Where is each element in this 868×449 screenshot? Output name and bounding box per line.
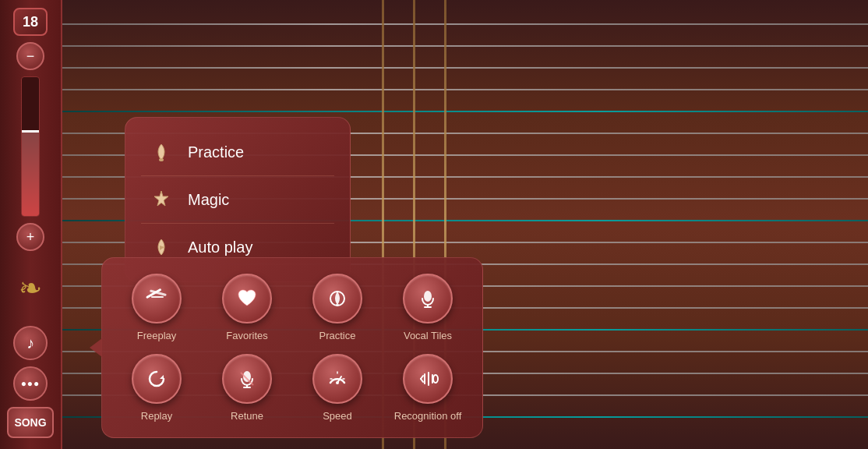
control-vocaltiles[interactable]: Vocal Tiles	[389, 274, 467, 341]
svg-line-21	[421, 379, 423, 382]
control-practice[interactable]: Practice	[298, 274, 376, 341]
number-badge: 18	[13, 8, 48, 36]
svg-point-25	[433, 375, 438, 383]
mode-divider-1	[141, 175, 334, 176]
magic-icon	[147, 186, 175, 214]
volume-fill	[22, 133, 39, 216]
more-button[interactable]: ●●●	[13, 366, 48, 401]
volume-plus-button[interactable]: +	[16, 223, 44, 251]
song-label: SONG	[14, 416, 46, 429]
music-button[interactable]: ♪	[13, 326, 48, 360]
volume-track	[21, 76, 40, 217]
practice-icon	[147, 138, 175, 166]
practice-label: Practice	[188, 143, 244, 161]
panel-arrow	[90, 338, 102, 357]
control-favorites[interactable]: Favorites	[208, 274, 286, 341]
string-1	[62, 23, 868, 25]
recognitionoff-label: Recognition off	[394, 410, 462, 422]
controls-grid: Freeplay Favorites Practice	[118, 274, 467, 422]
freeplay-label: Freeplay	[137, 330, 177, 341]
freeplay-button[interactable]	[132, 274, 182, 323]
music-icon: ♪	[26, 334, 34, 352]
volume-level	[22, 130, 39, 133]
volume-minus-button[interactable]: −	[16, 42, 44, 70]
mode-magic[interactable]: Magic	[141, 178, 334, 221]
controls-panel: Freeplay Favorites Practice	[101, 257, 483, 438]
mode-divider-2	[141, 223, 334, 224]
retune-label: Retune	[231, 410, 263, 422]
favorites-button[interactable]	[222, 274, 272, 323]
more-icon: ●●●	[21, 378, 41, 389]
vocaltiles-label: Vocal Tiles	[404, 330, 452, 341]
floral-decoration: ❧	[7, 257, 54, 320]
favorites-label: Favorites	[226, 330, 267, 341]
mode-practice[interactable]: Practice	[141, 130, 334, 174]
control-speed[interactable]: Speed	[298, 354, 376, 422]
left-panel: 18 − + ❧ ♪ ●●● SONG	[0, 0, 62, 449]
control-retune[interactable]: Retune	[208, 354, 286, 422]
string-2	[62, 45, 868, 47]
autoplay-label: Auto play	[188, 239, 252, 256]
control-replay[interactable]: Replay	[118, 354, 196, 422]
song-button[interactable]: SONG	[7, 407, 54, 438]
magic-label: Magic	[188, 191, 229, 209]
practice-btn-label: Practice	[319, 330, 356, 341]
string-3	[62, 67, 868, 69]
retune-button[interactable]	[222, 354, 272, 404]
control-recognitionoff[interactable]: Recognition off	[389, 354, 467, 422]
svg-point-0	[159, 158, 164, 161]
svg-marker-10	[160, 375, 164, 379]
practice-button[interactable]	[312, 274, 362, 323]
replay-label: Replay	[141, 410, 172, 422]
speed-label: Speed	[323, 410, 352, 422]
svg-point-7	[424, 291, 432, 302]
svg-point-6	[336, 304, 339, 306]
control-freeplay[interactable]: Freeplay	[118, 274, 196, 341]
string-4	[62, 89, 868, 90]
svg-point-16	[336, 381, 339, 384]
string-5	[62, 111, 868, 112]
vocaltiles-button[interactable]	[403, 274, 453, 323]
replay-button[interactable]	[132, 354, 182, 404]
svg-rect-4	[151, 296, 164, 298]
speed-button[interactable]	[312, 354, 362, 404]
recognitionoff-button[interactable]	[403, 354, 453, 404]
